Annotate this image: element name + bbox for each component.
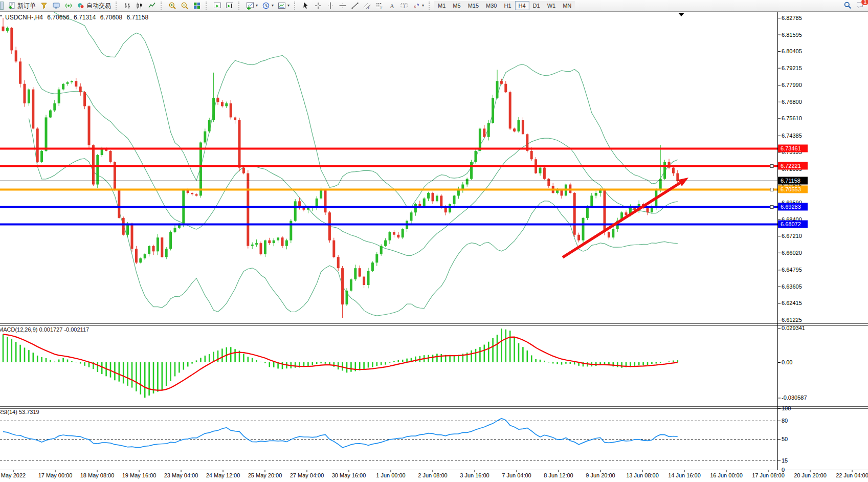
macd-tick-label: 0.029341 (782, 325, 805, 331)
candle-body (470, 162, 473, 179)
candle-body (53, 103, 56, 111)
candle-body (504, 84, 507, 92)
price-tick-label: 6.74385 (782, 133, 802, 139)
candlestick-mode-button[interactable] (133, 1, 146, 11)
candle-body (225, 103, 228, 106)
candle-body (118, 190, 120, 217)
line-handle[interactable] (770, 165, 773, 168)
candle-body (496, 81, 499, 98)
timeframe-m1-button[interactable]: M1 (434, 1, 449, 10)
label-tool-button[interactable]: T (398, 1, 410, 11)
candle-body (487, 123, 490, 137)
arrows-tool-button[interactable]: ▾ (410, 1, 426, 11)
signals-button[interactable] (62, 1, 75, 11)
candle-body (547, 179, 550, 186)
candle-body (492, 98, 494, 123)
metaeditor-button[interactable] (50, 1, 62, 11)
candle-body (449, 204, 451, 212)
timeframe-h4-button[interactable]: H4 (515, 1, 529, 10)
trendline-tool-button[interactable] (349, 1, 361, 11)
candle-body (75, 81, 77, 86)
new-order-icon (8, 2, 16, 10)
cursor-tool-button[interactable] (300, 1, 312, 11)
new-order-label: 新订单 (17, 2, 36, 10)
timeframe-m15-button[interactable]: M15 (464, 1, 482, 10)
candle-body (320, 190, 322, 198)
zoom-in-icon (168, 2, 176, 10)
crosshair-tool-button[interactable] (312, 1, 324, 11)
timeframe-mn-button[interactable]: MN (559, 1, 575, 10)
zoom-in-button[interactable] (166, 1, 179, 11)
candle-body (483, 128, 485, 137)
chart-shift-button[interactable] (224, 1, 236, 11)
line-handle[interactable] (770, 188, 773, 191)
autotrading-button[interactable]: 自动交易 (75, 1, 113, 11)
auto-scroll-button[interactable] (211, 1, 224, 11)
ticks-button[interactable] (38, 1, 50, 11)
chevron-down-icon: ▾ (272, 4, 274, 8)
candle-body (204, 132, 206, 143)
timeframe-m5-button[interactable]: M5 (449, 1, 464, 10)
candle-body (479, 128, 481, 151)
chart-low-value: 6.70608 (100, 14, 122, 21)
templates-button[interactable]: ▾ (276, 1, 292, 11)
candle-body (195, 194, 198, 196)
line-chart-mode-button[interactable] (146, 1, 158, 11)
timeframe-group: M1M5M15M30H1H4D1W1MN (433, 0, 576, 11)
vertical-line-icon (326, 2, 335, 10)
candle-body (432, 193, 434, 201)
editor-icon (52, 2, 60, 10)
tile-windows-icon (193, 2, 201, 10)
periods-button[interactable]: ▾ (260, 1, 276, 11)
macd-tick-label: 0.00 (782, 359, 792, 365)
candle-body (397, 235, 399, 237)
fibonacci-icon: F (375, 2, 384, 10)
timeframe-m30-button[interactable]: M30 (482, 1, 500, 10)
text-tool-button[interactable]: A (386, 1, 398, 11)
candle-body (221, 102, 224, 106)
candle-body (260, 243, 262, 254)
horizontal-line-tool-button[interactable] (337, 1, 349, 11)
new-chart-button[interactable]: ▾ (244, 1, 260, 11)
candle-body (217, 98, 219, 102)
candle-body (169, 232, 172, 249)
candle-body (28, 90, 30, 103)
candle-body (45, 117, 48, 150)
candle-body (242, 168, 245, 173)
candle-body (500, 81, 503, 83)
fibonacci-tool-button[interactable]: F (373, 1, 386, 11)
clipped-window-icon (0, 15, 2, 16)
trend-arrow-line[interactable] (563, 183, 680, 257)
timeframe-h1-button[interactable]: H1 (500, 1, 515, 10)
zoom-out-button[interactable] (179, 1, 191, 11)
trendline-icon (351, 2, 359, 10)
signal-icon (64, 2, 73, 10)
toolbar-group-trade: 新订单自动交易 (5, 0, 114, 11)
candle-body (83, 92, 86, 106)
timeframe-d1-button[interactable]: D1 (529, 1, 544, 10)
line-handle[interactable] (770, 206, 773, 209)
chart-canvas[interactable]: 6.827856.815956.804056.792156.779906.768… (0, 0, 868, 482)
tile-windows-button[interactable] (191, 1, 203, 11)
vertical-line-tool-button[interactable] (324, 1, 337, 11)
bollinger-bands (29, 0, 677, 316)
time-tick-label: 18 May 08:00 (80, 472, 115, 478)
text-icon: A (388, 2, 396, 10)
bar-chart-mode-button[interactable] (121, 1, 133, 11)
candle-body (384, 240, 387, 246)
candle-body (139, 258, 142, 262)
svg-text:F: F (381, 6, 383, 10)
price-tick-label: 6.62415 (782, 300, 802, 306)
search-button[interactable] (841, 0, 854, 10)
new-order-button[interactable]: 新订单 (6, 1, 38, 11)
candle-body (513, 128, 516, 131)
time-tick-label: 2 Jun 08:00 (418, 472, 448, 478)
timeframe-w1-button[interactable]: W1 (544, 1, 560, 10)
candle-body (475, 151, 477, 162)
candle-body (337, 257, 340, 268)
toolbar-separator (116, 2, 119, 10)
notification-badge: 1 (861, 0, 868, 6)
candle-body (518, 120, 520, 132)
channel-tool-button[interactable]: E (361, 1, 373, 11)
candle-body (234, 117, 236, 120)
